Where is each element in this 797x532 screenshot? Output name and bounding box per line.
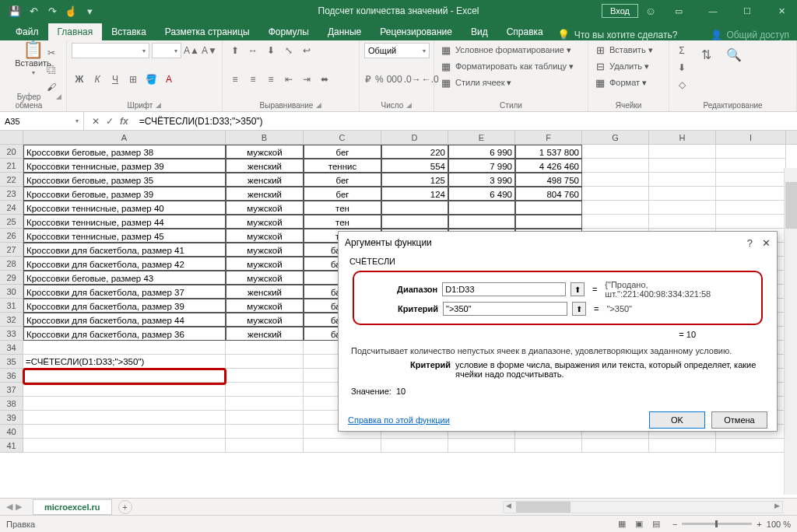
align-right-icon[interactable]: ≡ xyxy=(263,72,279,87)
tab-home[interactable]: Главная xyxy=(48,23,103,40)
cell[interactable]: женский xyxy=(226,327,304,341)
cell[interactable] xyxy=(582,173,649,187)
cell[interactable] xyxy=(448,439,515,453)
cell[interactable]: Кроссовки для баскетбола, размер 36 xyxy=(23,327,226,341)
cell[interactable] xyxy=(23,383,226,397)
cell[interactable] xyxy=(582,201,649,215)
cell[interactable]: Кроссовки беговые, размер 39 xyxy=(23,187,226,201)
cell[interactable] xyxy=(716,145,786,159)
column-header[interactable]: G xyxy=(582,131,649,144)
cell[interactable]: мужской xyxy=(226,243,304,257)
minimize-icon[interactable]: — xyxy=(697,0,729,22)
cell[interactable] xyxy=(515,215,582,229)
cell[interactable] xyxy=(649,187,716,201)
tab-file[interactable]: Файл xyxy=(6,23,48,40)
row-header[interactable]: 32 xyxy=(0,313,23,327)
zoom-out-icon[interactable]: − xyxy=(672,520,677,529)
cell[interactable]: женский xyxy=(226,173,304,187)
cell[interactable] xyxy=(649,201,716,215)
cell[interactable]: Кроссовки для баскетбола, размер 42 xyxy=(23,257,226,271)
italic-icon[interactable]: К xyxy=(90,72,105,87)
cell[interactable]: Кроссовки теннисные, размер 39 xyxy=(23,159,226,173)
row-header[interactable]: 35 xyxy=(0,355,23,369)
launcher-icon[interactable]: ◢ xyxy=(56,93,61,110)
cell[interactable] xyxy=(226,397,304,411)
column-header[interactable]: E xyxy=(448,131,515,144)
row-header[interactable]: 23 xyxy=(0,187,23,201)
column-header[interactable]: B xyxy=(226,131,304,144)
column-header[interactable]: A xyxy=(23,131,226,144)
cell[interactable] xyxy=(716,201,786,215)
cell[interactable]: 1 537 800 xyxy=(515,145,582,159)
cell[interactable]: 4 426 460 xyxy=(515,159,582,173)
cell[interactable]: бег xyxy=(304,187,381,201)
row-header[interactable]: 33 xyxy=(0,327,23,341)
arg-input-range[interactable] xyxy=(442,282,566,296)
comma-icon[interactable]: 000 xyxy=(387,72,402,87)
tab-data[interactable]: Данные xyxy=(318,23,370,40)
fx-icon[interactable]: fx xyxy=(120,116,128,127)
cell[interactable] xyxy=(582,187,649,201)
cell[interactable]: женский xyxy=(226,187,304,201)
align-top-icon[interactable]: ⬆ xyxy=(227,43,243,58)
cell[interactable]: бег xyxy=(304,173,381,187)
delete-cells-button[interactable]: ⊟Удалить▾ xyxy=(593,59,664,73)
merge-icon[interactable]: ⬌ xyxy=(317,72,332,87)
function-help-link[interactable]: Справка по этой функции xyxy=(348,415,450,425)
insert-cells-button[interactable]: ⊞Вставить▾ xyxy=(593,43,664,57)
cell[interactable] xyxy=(226,369,304,383)
cell[interactable] xyxy=(23,341,226,355)
fill-color-icon[interactable]: 🪣 xyxy=(143,72,159,87)
row-header[interactable]: 31 xyxy=(0,299,23,313)
sort-filter-icon[interactable]: ⇅ xyxy=(694,43,718,66)
cell[interactable]: 498 750 xyxy=(515,173,582,187)
row-header[interactable]: 21 xyxy=(0,159,23,173)
name-box[interactable]: A35▾ xyxy=(0,112,84,130)
maximize-icon[interactable]: ☐ xyxy=(732,0,763,22)
cell[interactable]: мужской xyxy=(226,313,304,327)
column-header[interactable]: C xyxy=(304,131,381,144)
cell[interactable] xyxy=(23,369,226,383)
touch-mode-icon[interactable]: ☝ xyxy=(62,2,79,19)
new-sheet-icon[interactable]: + xyxy=(118,500,132,514)
fill-icon[interactable]: ⬇ xyxy=(674,60,690,75)
row-header[interactable]: 36 xyxy=(0,369,23,383)
cell[interactable] xyxy=(582,145,649,159)
cell[interactable]: Кроссовки беговые, размер 35 xyxy=(23,173,226,187)
cell[interactable]: Кроссовки для баскетбола, размер 44 xyxy=(23,313,226,327)
zoom-level[interactable]: 100 % xyxy=(767,520,791,529)
cell[interactable]: мужской xyxy=(226,299,304,313)
cell-styles-button[interactable]: ▦Стили ячеек▾ xyxy=(439,75,583,89)
font-color-icon[interactable]: A xyxy=(161,72,177,87)
zoom-in-icon[interactable]: + xyxy=(757,520,761,529)
cell[interactable] xyxy=(226,439,304,453)
zoom-control[interactable]: − + 100 % xyxy=(672,520,791,529)
row-header[interactable]: 39 xyxy=(0,411,23,425)
cell[interactable] xyxy=(381,439,448,453)
cell[interactable]: 220 xyxy=(381,145,448,159)
view-switcher[interactable]: ▦▣▤ xyxy=(613,519,665,529)
signin-button[interactable]: Вход xyxy=(602,4,638,18)
cell[interactable]: тен xyxy=(304,215,381,229)
conditional-formatting-button[interactable]: ▦Условное форматирование▾ xyxy=(439,43,583,57)
cell[interactable]: 6 990 xyxy=(448,145,515,159)
align-middle-icon[interactable]: ↔ xyxy=(245,43,261,58)
cancel-formula-icon[interactable]: ✕ xyxy=(92,116,100,127)
cell[interactable]: Кроссовки беговые, размер 43 xyxy=(23,271,226,285)
font-size-select[interactable]: ▾ xyxy=(152,43,181,58)
ok-button[interactable]: OK xyxy=(649,411,705,429)
row-header[interactable]: 26 xyxy=(0,229,23,243)
column-header[interactable]: F xyxy=(515,131,582,144)
indent-decrease-icon[interactable]: ⇤ xyxy=(281,72,297,87)
cell[interactable] xyxy=(716,215,786,229)
cell[interactable] xyxy=(649,439,716,453)
collapse-dialog-icon[interactable]: ⬆ xyxy=(572,302,586,316)
cell[interactable] xyxy=(649,173,716,187)
cell[interactable]: Кроссовки для баскетбола, размер 41 xyxy=(23,243,226,257)
tellme-search[interactable]: 💡 Что вы хотите сделать? xyxy=(557,29,678,40)
face-icon[interactable]: ☺ xyxy=(641,5,660,17)
dialog-close-icon[interactable]: ✕ xyxy=(762,237,771,249)
row-header[interactable]: 20 xyxy=(0,145,23,159)
wrap-text-icon[interactable]: ↩ xyxy=(299,43,314,58)
vertical-scrollbar[interactable] xyxy=(784,168,797,495)
